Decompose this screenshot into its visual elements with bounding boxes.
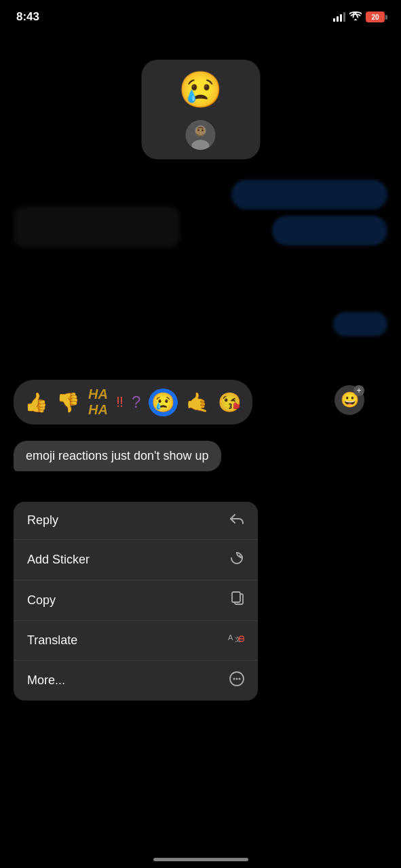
svg-point-4 xyxy=(197,129,199,131)
emoji-thumbsup[interactable]: 👍 xyxy=(24,391,48,414)
battery-level: 20 xyxy=(371,14,379,21)
main-content: 😢 ▼ 👍 👎 HAHA ‼ ? 😢 🤙 😘 xyxy=(0,0,401,868)
svg-point-15 xyxy=(239,678,241,680)
svg-point-13 xyxy=(233,678,235,680)
sticker-icon xyxy=(229,551,244,569)
message-bubble: emoji reactions just don't show up xyxy=(14,441,221,471)
more-label: More... xyxy=(27,673,65,688)
emoji-thumbsdown[interactable]: 👎 xyxy=(56,391,80,414)
translate-icon: A 文 xyxy=(228,632,244,649)
emoji-kiss[interactable]: 😘 xyxy=(218,391,242,414)
add-icon: + xyxy=(354,385,364,396)
svg-text:A: A xyxy=(228,633,233,642)
message-text: emoji reactions just don't show up xyxy=(26,449,209,462)
status-time: 8:43 xyxy=(16,10,39,24)
copy-icon xyxy=(231,591,244,610)
reply-label: Reply xyxy=(27,513,58,528)
menu-copy[interactable]: Copy xyxy=(14,580,258,621)
copy-label: Copy xyxy=(27,593,56,608)
context-menu: Reply Add Sticker Copy xyxy=(14,502,258,701)
svg-rect-7 xyxy=(232,592,240,602)
svg-point-14 xyxy=(236,678,238,680)
emoji-exclaim[interactable]: ‼ xyxy=(116,393,123,411)
status-icons: 20 xyxy=(333,12,385,23)
wifi-icon xyxy=(349,12,362,23)
menu-more[interactable]: More... xyxy=(14,660,258,701)
translate-label: Translate xyxy=(27,633,77,648)
home-indicator xyxy=(153,858,248,861)
status-bar: 8:43 20 xyxy=(0,0,401,34)
battery-icon: 20 xyxy=(366,12,385,22)
menu-translate[interactable]: Translate A 文 xyxy=(14,621,258,660)
reaction-emoji: 😢 xyxy=(178,72,223,107)
svg-point-5 xyxy=(202,129,204,131)
emoji-question[interactable]: ? xyxy=(132,393,140,412)
reaction-pointer: ▼ xyxy=(195,108,206,117)
more-icon xyxy=(229,671,244,690)
emoji-haha[interactable]: HAHA xyxy=(88,387,108,418)
signal-icon xyxy=(333,12,345,22)
menu-reply[interactable]: Reply xyxy=(14,502,258,540)
add-emoji-button[interactable]: 😀 + xyxy=(335,385,364,415)
reaction-card: 😢 ▼ xyxy=(141,60,260,159)
menu-add-sticker[interactable]: Add Sticker xyxy=(14,540,258,580)
add-sticker-label: Add Sticker xyxy=(27,553,90,567)
emoji-rockon[interactable]: 🤙 xyxy=(186,391,210,414)
emoji-picker-bar[interactable]: 👍 👎 HAHA ‼ ? 😢 🤙 😘 xyxy=(14,380,252,425)
reaction-avatar xyxy=(186,120,216,150)
emoji-cry-selected[interactable]: 😢 xyxy=(149,389,178,416)
reply-icon xyxy=(229,513,244,528)
